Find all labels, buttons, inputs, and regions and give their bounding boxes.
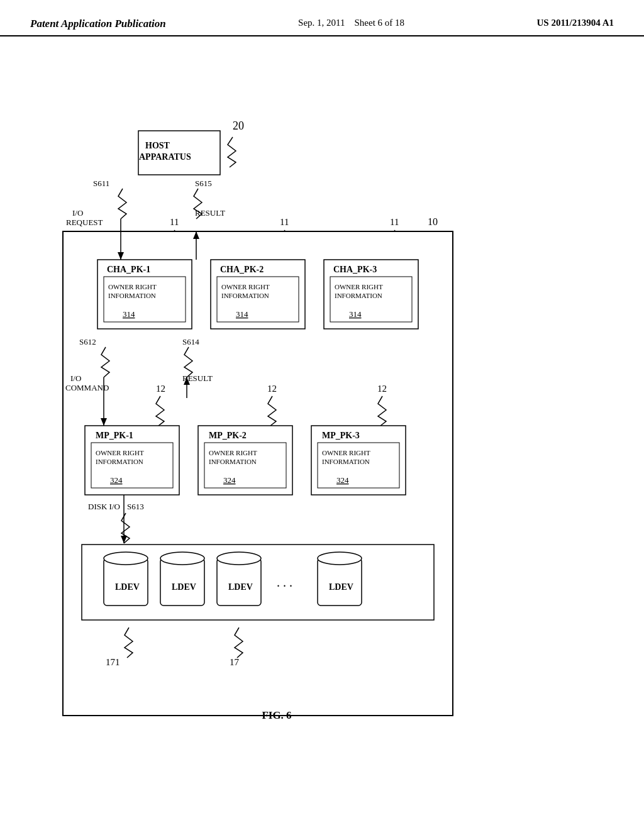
mp-pk2-label: MP_PK-2: [209, 431, 247, 440]
diagram-svg: 20 HOST APPARATUS S611 S615 I/O REQUEST …: [0, 36, 644, 791]
cha-pk1-ori-314: 314: [123, 309, 135, 319]
diagram-area: 20 HOST APPARATUS S611 S615 I/O REQUEST …: [0, 36, 644, 791]
result-top-label: RESULT: [195, 208, 225, 218]
cha-pk3-ori-text2: INFORMATION: [335, 292, 382, 299]
fig-caption: FIG. 6: [262, 709, 291, 721]
sheet: Sheet 6 of 18: [355, 18, 405, 28]
mp-pk3-label: MP_PK-3: [322, 431, 360, 440]
ref-17: 17: [230, 657, 240, 667]
io-request-label2: REQUEST: [66, 218, 103, 227]
mp-pk3-ori-text2: INFORMATION: [322, 458, 370, 465]
patent-number: US 2011/213904 A1: [536, 18, 614, 28]
io-command-label1: I/O: [70, 374, 81, 383]
ref-11c: 11: [390, 217, 399, 227]
s612-label: S612: [79, 337, 96, 346]
s615-label: S615: [195, 179, 212, 188]
ref-11a: 11: [170, 217, 179, 227]
s613-label: S613: [127, 502, 144, 511]
host-apparatus-label1: HOST: [145, 141, 170, 150]
ref-12c: 12: [377, 384, 387, 394]
cha-pk1-ori-text1: OWNER RIGHT: [108, 283, 157, 290]
ref-11b: 11: [280, 217, 289, 227]
ldev3-label: LDEV: [228, 582, 253, 592]
ldev-last-top: [318, 552, 362, 565]
host-apparatus-label2: APPARATUS: [139, 152, 191, 162]
ldev3-top: [217, 552, 261, 565]
ref-10: 10: [428, 216, 438, 227]
cha-pk2-ori-314: 314: [236, 309, 248, 319]
zigzag-20: [228, 137, 236, 167]
mp-pk3-ori-text1: OWNER RIGHT: [322, 449, 370, 456]
mp-pk1-ori-324: 324: [110, 475, 123, 485]
cha-pk1-ori-text2: INFORMATION: [108, 292, 156, 299]
cha-pk2-ori-text1: OWNER RIGHT: [221, 283, 270, 290]
cha-pk2-ori-text2: INFORMATION: [221, 292, 269, 299]
ref-12b: 12: [267, 384, 277, 394]
ref-20: 20: [233, 119, 244, 132]
date-sheet: Sep. 1, 2011 Sheet 6 of 18: [298, 18, 404, 28]
ldev1-label: LDEV: [115, 582, 140, 592]
publication-label: Patent Application Publication: [30, 18, 166, 30]
mp-pk1-ori-text1: OWNER RIGHT: [96, 449, 144, 456]
cha-pk3-label: CHA_PK-3: [333, 265, 377, 274]
mp-pk1-label: MP_PK-1: [96, 431, 133, 440]
io-request-label1: I/O: [72, 208, 83, 218]
disk-io-label: DISK I/O: [88, 502, 120, 511]
ref-12a: 12: [156, 384, 165, 394]
zigzag-s611: [118, 189, 126, 219]
mp-pk2-ori-324: 324: [223, 475, 236, 485]
dots-label: . . .: [277, 575, 292, 589]
mp-pk1-ori-text2: INFORMATION: [96, 458, 143, 465]
ldev2-top: [160, 552, 204, 565]
cha-pk2-label: CHA_PK-2: [220, 265, 264, 274]
cha-pk3-ori-text1: OWNER RIGHT: [335, 283, 383, 290]
cha-pk3-ori-314: 314: [349, 309, 362, 319]
ldev1-top: [104, 552, 148, 565]
page-header: Patent Application Publication Sep. 1, 2…: [0, 0, 644, 36]
ldev2-label: LDEV: [172, 582, 196, 592]
mp-pk2-ori-text2: INFORMATION: [209, 458, 257, 465]
mp-pk2-ori-text1: OWNER RIGHT: [209, 449, 257, 456]
io-command-label2: COMMAND: [65, 383, 109, 392]
mp-pk3-ori-324: 324: [336, 475, 349, 485]
cha-pk1-label: CHA_PK-1: [107, 265, 150, 274]
s611-label: S611: [93, 179, 109, 188]
s614-label: S614: [182, 337, 199, 346]
ref-171: 171: [106, 657, 120, 667]
ldev-last-label: LDEV: [329, 582, 353, 592]
date: Sep. 1, 2011: [298, 18, 345, 28]
